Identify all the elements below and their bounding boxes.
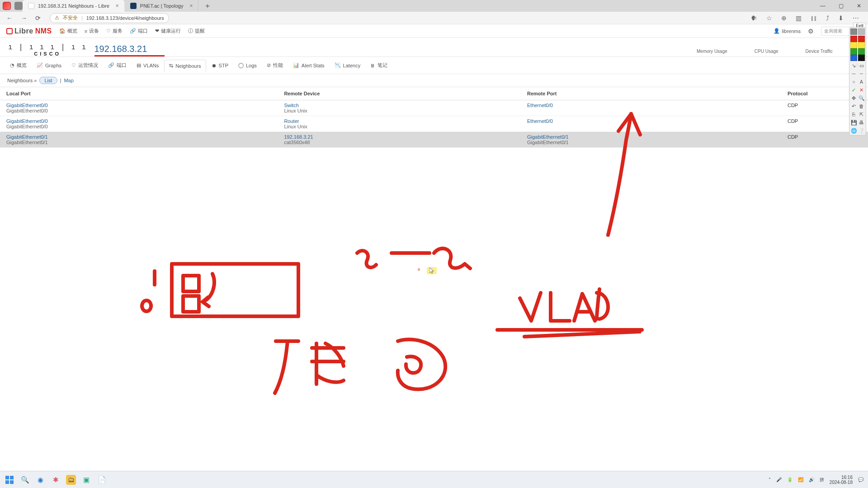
tray-battery-icon[interactable]: 🔋 [787, 477, 793, 482]
taskbar-notes-icon[interactable]: 📄 [97, 475, 107, 485]
dtab-overview[interactable]: ◔ 概览 [5, 59, 31, 71]
table-row[interactable]: GigabitEthernet0/0GigabitEthernet0/0Rout… [0, 116, 868, 132]
tray-wifi-icon[interactable]: 📶 [798, 477, 803, 482]
remote-port-link[interactable]: GigabitEthernet0/1 [527, 134, 775, 140]
app-icon-2[interactable] [14, 2, 23, 10]
browser-tab-active[interactable]: 192.168.3.21 Neighbours - Libre × [23, 0, 125, 12]
dtab-ports[interactable]: 🔗 端口 [104, 59, 131, 71]
download-icon[interactable]: ⬇ [838, 14, 844, 22]
window-maximize[interactable]: ▢ [832, 3, 850, 9]
window-minimize[interactable]: — [814, 3, 832, 9]
favorite-icon[interactable]: ☆ [766, 14, 772, 22]
tool-trash-icon[interactable]: 🗑 [858, 103, 865, 110]
tool-cross-icon[interactable]: ✕ [858, 86, 865, 94]
color-swatch[interactable] [850, 55, 857, 61]
start-button[interactable] [5, 475, 14, 485]
nav-overview[interactable]: 🏠 概览 [59, 28, 77, 34]
nav-user[interactable]: 👤 librenms [774, 28, 801, 34]
tool-globe-icon[interactable]: 🌐 [850, 127, 857, 134]
taskbar-app-icon[interactable]: ✱ [51, 475, 61, 485]
nav-health[interactable]: ❤ 健康运行 [155, 28, 181, 34]
th-remote-device[interactable]: Remote Device [278, 87, 521, 100]
nav-devices[interactable]: ≡ 设备 [85, 28, 99, 34]
table-row[interactable]: GigabitEthernet0/1GigabitEthernet0/1192.… [0, 132, 868, 148]
tool-text-icon[interactable]: A [858, 78, 865, 85]
annotation-toolbar[interactable]: ↘▭ ─╌ ○A ✓✕ ✥🔍 ↶🗑 ⎘⇱ 💾🖶 🌐❔ [849, 27, 866, 136]
taskbar-explorer-icon[interactable]: 🗂 [66, 475, 76, 485]
remote-device-link[interactable]: Switch [284, 103, 514, 108]
color-swatch[interactable] [858, 42, 865, 48]
color-swatch[interactable] [850, 48, 857, 55]
dtab-neighbours[interactable]: ⇆ Neighbours [164, 60, 206, 72]
remote-port-link[interactable]: Ethernet0/0 [527, 118, 775, 124]
dtab-vlans[interactable]: ▤ VLANs [132, 60, 163, 71]
local-port-link[interactable]: GigabitEthernet0/1 [6, 134, 271, 140]
color-swatch[interactable] [850, 36, 857, 42]
tool-arrow-icon[interactable]: ↘ [850, 62, 857, 69]
remote-device-link[interactable]: Router [284, 118, 514, 124]
extension-icon[interactable]: ▥ [796, 14, 802, 22]
remote-device-link[interactable]: 192.168.3.21 [284, 134, 514, 140]
th-local-port[interactable]: Local Port [0, 87, 278, 100]
dtab-logs[interactable]: ◯ Logs [234, 60, 261, 71]
overflow-icon[interactable]: ⋯ [853, 14, 859, 22]
tool-line-icon[interactable]: ─ [850, 70, 857, 77]
nav-back-button[interactable]: ← [5, 14, 14, 23]
tool-print-icon[interactable]: 🖶 [858, 119, 865, 126]
dtab-stp[interactable]: ⏺ STP [207, 60, 233, 71]
color-swatch[interactable] [850, 42, 857, 48]
nms-logo[interactable]: LibreNMS [6, 27, 52, 35]
dtab-health[interactable]: ♡ 运营情况 [67, 59, 103, 71]
nav-reload-button[interactable]: ⟳ [33, 14, 42, 23]
tool-dashed-icon[interactable]: ╌ [858, 70, 865, 77]
table-row[interactable]: GigabitEthernet0/0GigabitEthernet0/0Swit… [0, 100, 868, 116]
tab-close-icon[interactable]: × [187, 3, 193, 9]
sync-icon[interactable]: ⊕ [781, 14, 787, 22]
tool-select-icon[interactable]: ▭ [858, 62, 865, 69]
remote-port-link[interactable]: Ethernet0/0 [527, 103, 775, 108]
taskbar-terminal-icon[interactable]: ▣ [81, 475, 91, 485]
tool-circle-icon[interactable]: ○ [850, 78, 857, 85]
device-title[interactable]: 192.168.3.21 [94, 44, 165, 54]
dtab-notes[interactable]: 🗎 笔记 [366, 59, 392, 71]
dtab-graphs[interactable]: 📈 Graphs [32, 60, 66, 71]
nav-services[interactable]: ♡ 服务 [106, 28, 123, 34]
tray-volume-icon[interactable]: 🔊 [809, 477, 814, 482]
tool-zoom-icon[interactable]: 🔍 [858, 94, 865, 102]
tray-chevron-icon[interactable]: ˄ [769, 477, 771, 482]
th-remote-port[interactable]: Remote Port [521, 87, 781, 100]
tool-save-icon[interactable]: 💾 [850, 119, 857, 126]
local-port-link[interactable]: GigabitEthernet0/0 [6, 118, 271, 124]
nav-forward-button[interactable]: → [19, 14, 29, 23]
color-swatch[interactable] [858, 48, 865, 55]
nav-alerts[interactable]: ⓘ 提醒 [188, 28, 205, 34]
tray-notifications-icon[interactable]: 💬 [858, 477, 863, 482]
dtab-alert-stats[interactable]: 📊 Alert Stats [288, 60, 329, 71]
tool-check-icon[interactable]: ✓ [850, 86, 857, 94]
tool-move-icon[interactable]: ✥ [850, 94, 857, 102]
local-port-link[interactable]: GigabitEthernet0/0 [6, 103, 271, 108]
tool-undo-icon[interactable]: ↶ [850, 103, 857, 110]
color-swatch[interactable] [858, 36, 865, 42]
view-map-link[interactable]: Map [64, 78, 73, 83]
tray-ime[interactable]: 拼 [820, 477, 824, 483]
app-icon-1[interactable] [3, 2, 11, 10]
tool-export-icon[interactable]: ⇱ [858, 111, 865, 118]
read-aloud-icon[interactable]: 🗣 [751, 14, 757, 22]
taskbar-edge-icon[interactable]: ◉ [35, 475, 45, 485]
taskbar-search-icon[interactable]: 🔍 [20, 475, 30, 485]
nav-ports[interactable]: 🔗 端口 [130, 28, 148, 34]
url-input[interactable]: ⚠ 不安全 | 192.168.3.123/device/4/neighbour… [50, 13, 169, 23]
browser-tab[interactable]: PNET.ac | Topology × [125, 0, 199, 12]
dtab-perf[interactable]: ⊘ 性能 [262, 59, 288, 71]
tool-copy-icon[interactable]: ⎘ [850, 111, 857, 118]
window-close[interactable]: ✕ [850, 3, 868, 9]
share-icon[interactable]: ⤴ [826, 14, 829, 22]
tray-clock[interactable]: 16:16 2024-08-18 [830, 475, 853, 485]
new-tab-button[interactable]: ＋ [198, 0, 217, 12]
tool-help-icon[interactable]: ❔ [858, 127, 865, 134]
tray-mic-icon[interactable]: 🎤 [776, 477, 782, 482]
color-swatch[interactable] [858, 55, 865, 61]
dtab-latency[interactable]: 📉 Latency [330, 60, 365, 71]
nav-settings-icon[interactable]: ⚙ [808, 28, 814, 35]
